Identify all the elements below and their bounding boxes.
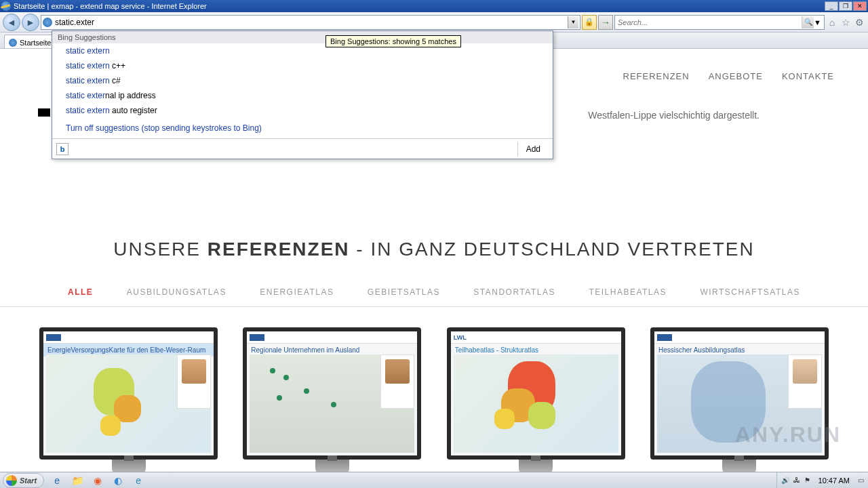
back-button[interactable]: ◄ bbox=[3, 14, 20, 31]
section-heading: UNSERE REFERENZEN - IN GANZ DEUTSCHLAND … bbox=[0, 239, 868, 260]
search-button[interactable]: 🔍 bbox=[802, 16, 814, 28]
home-icon[interactable]: ⌂ bbox=[826, 16, 838, 28]
close-button[interactable]: ✕ bbox=[853, 1, 867, 11]
forward-button[interactable]: ► bbox=[22, 14, 39, 31]
tray-network-icon[interactable]: 🖧 bbox=[793, 476, 800, 484]
window-titlebar: Startseite | exmap - extend map service … bbox=[0, 0, 868, 12]
logo-fragment bbox=[38, 108, 50, 117]
filter-wirtschaft[interactable]: WIRTSCHAFTSATLAS bbox=[700, 287, 800, 297]
address-suggestions-popup: Bing Suggestions static extern static ex… bbox=[52, 30, 553, 159]
suggestion-item[interactable]: static extern c++ bbox=[52, 58, 553, 73]
minimize-button[interactable]: _ bbox=[825, 1, 838, 11]
taskbar-app-icon[interactable]: ◐ bbox=[111, 474, 125, 487]
window-title: Startseite | exmap - extend map service … bbox=[14, 2, 824, 10]
suggestion-item[interactable]: static external ip address bbox=[52, 88, 553, 103]
system-tray: 🔊 🖧 ⚑ 10:47 AM ▭ bbox=[776, 472, 868, 488]
tray-flag-icon[interactable]: ⚑ bbox=[804, 476, 810, 484]
suggestions-header: Bing Suggestions bbox=[52, 31, 553, 43]
filter-ausbildung[interactable]: AUSBILDUNGSATLAS bbox=[127, 287, 226, 297]
nav-kontakte[interactable]: KONTAKTE bbox=[782, 71, 834, 81]
site-favicon-icon bbox=[43, 18, 52, 27]
tray-show-desktop[interactable]: ▭ bbox=[858, 476, 864, 484]
suggestions-tooltip: Bing Suggestions: showing 5 matches bbox=[326, 35, 461, 47]
reference-card[interactable]: LWL Teilhabeatlas - Strukturatlas bbox=[447, 327, 625, 472]
browser-tab[interactable]: Startseite bbox=[4, 35, 58, 48]
filter-teilhabe[interactable]: TEILHABEATLAS bbox=[589, 287, 667, 297]
address-input[interactable] bbox=[55, 16, 568, 28]
filter-standort[interactable]: STANDORTATLAS bbox=[473, 287, 555, 297]
taskbar-app-icon[interactable]: ◉ bbox=[90, 474, 105, 487]
suggestions-footer: b Add bbox=[52, 138, 553, 159]
add-provider-button[interactable]: Add bbox=[517, 142, 549, 157]
turn-off-suggestions-link[interactable]: Turn off suggestions (stop sending keyst… bbox=[52, 118, 553, 138]
filter-alle[interactable]: ALLE bbox=[68, 287, 93, 297]
filter-gebiet[interactable]: GEBIETSATLAS bbox=[368, 287, 440, 297]
search-dropdown[interactable]: ▼ bbox=[814, 18, 821, 26]
taskbar-ie-icon[interactable]: e bbox=[50, 474, 64, 487]
filter-energie[interactable]: ENERGIEATLAS bbox=[260, 287, 334, 297]
nav-referenzen[interactable]: REFERENZEN bbox=[623, 71, 690, 81]
taskbar-clock[interactable]: 10:47 AM bbox=[814, 476, 854, 485]
address-dropdown-button[interactable]: ▼ bbox=[568, 16, 578, 28]
address-bar[interactable]: ▼ bbox=[41, 15, 580, 30]
start-button[interactable]: Start bbox=[3, 473, 44, 488]
windows-taskbar: Start e 📁 ◉ ◐ e 🔊 🖧 ⚑ 10:47 AM ▭ bbox=[0, 472, 868, 488]
security-lock-icon[interactable]: 🔒 bbox=[582, 15, 597, 30]
tray-volume-icon[interactable]: 🔊 bbox=[781, 476, 789, 484]
ie-icon bbox=[1, 1, 11, 11]
nav-angebote[interactable]: ANGEBOTE bbox=[709, 71, 763, 81]
reference-card[interactable]: Regionale Unternehmen im Ausland bbox=[243, 327, 421, 472]
filter-tabs: ALLE AUSBILDUNGSATLAS ENERGIEATLAS GEBIE… bbox=[0, 287, 868, 307]
taskbar-edge-icon[interactable]: e bbox=[131, 474, 146, 487]
suggestion-item[interactable]: static extern auto register bbox=[52, 103, 553, 118]
reference-card[interactable]: EnergieVersorgungsKarte für den Elbe-Wes… bbox=[39, 327, 218, 472]
watermark: ANY.RUN bbox=[735, 422, 841, 447]
bing-icon[interactable]: b bbox=[56, 143, 68, 155]
reference-card[interactable]: Hessischer Ausbildungsatlas bbox=[650, 327, 829, 472]
go-button[interactable]: → bbox=[598, 15, 613, 30]
tab-favicon-icon bbox=[9, 39, 17, 47]
search-box[interactable]: 🔍 ▼ bbox=[614, 15, 825, 30]
taskbar-explorer-icon[interactable]: 📁 bbox=[70, 474, 85, 487]
hero-snippet-text: Westfalen-Lippe vielschichtig dargestell… bbox=[588, 110, 760, 121]
search-input[interactable] bbox=[618, 18, 802, 26]
suggestion-item[interactable]: static extern c# bbox=[52, 73, 553, 88]
browser-toolbar: ◄ ► ▼ 🔒 → 🔍 ▼ ⌂ ☆ ⚙ bbox=[0, 12, 868, 33]
windows-orb-icon bbox=[6, 475, 17, 486]
suggestion-item[interactable]: static extern bbox=[52, 43, 553, 58]
maximize-button[interactable]: ❐ bbox=[839, 1, 852, 11]
tab-label: Startseite bbox=[20, 39, 51, 47]
favorites-icon[interactable]: ☆ bbox=[840, 16, 852, 28]
tools-icon[interactable]: ⚙ bbox=[853, 16, 865, 28]
